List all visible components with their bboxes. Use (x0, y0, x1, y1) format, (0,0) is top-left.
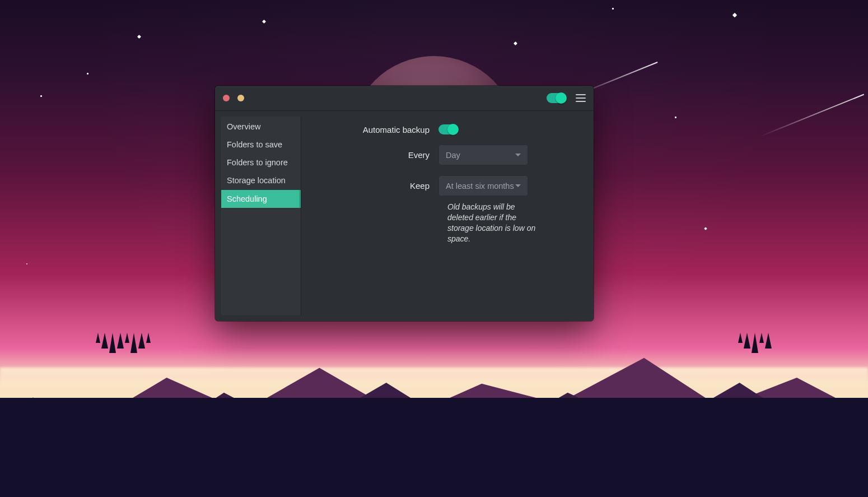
sidebar-item-folders-to-save[interactable]: Folders to save (221, 136, 301, 154)
keep-label: Keep (312, 181, 438, 191)
automatic-backup-label: Automatic backup (312, 125, 438, 134)
toggle-knob-icon (556, 92, 567, 104)
titlebar (215, 86, 594, 111)
star-icon (262, 20, 266, 24)
keep-help-text: Old backups will be deleted earlier if t… (447, 202, 543, 244)
star-icon (612, 8, 614, 10)
scheduling-pane: Automatic backup Every Day Keep At least… (301, 111, 594, 321)
sidebar-item-scheduling[interactable]: Scheduling (221, 190, 301, 208)
star-icon (40, 95, 42, 97)
close-button[interactable] (223, 95, 230, 101)
every-value: Day (446, 151, 515, 160)
toggle-knob-icon (447, 124, 459, 135)
shooting-star-icon (760, 94, 864, 137)
sidebar-item-overview[interactable]: Overview (221, 118, 301, 136)
hamburger-menu-icon[interactable] (576, 94, 586, 102)
every-dropdown[interactable]: Day (438, 145, 528, 165)
settings-sidebar: Overview Folders to save Folders to igno… (221, 117, 301, 315)
window-controls (223, 95, 244, 101)
keep-dropdown[interactable]: At least six months (438, 175, 528, 196)
star-icon (704, 227, 707, 230)
chevron-down-icon (515, 154, 521, 156)
star-icon (732, 13, 737, 17)
chevron-down-icon (515, 184, 521, 187)
minimize-button[interactable] (237, 95, 244, 101)
sidebar-item-folders-to-ignore[interactable]: Folders to ignore (221, 154, 301, 171)
star-icon (514, 41, 517, 45)
star-icon (87, 73, 88, 75)
global-backup-toggle[interactable] (547, 93, 566, 103)
star-icon (137, 35, 141, 39)
backup-settings-window: Overview Folders to save Folders to igno… (215, 86, 594, 321)
star-icon (26, 263, 27, 264)
keep-value: At least six months (446, 182, 515, 191)
automatic-backup-toggle[interactable] (438, 124, 458, 134)
star-icon (675, 117, 676, 118)
every-label: Every (312, 150, 438, 160)
sidebar-item-storage-location[interactable]: Storage location (221, 171, 301, 189)
